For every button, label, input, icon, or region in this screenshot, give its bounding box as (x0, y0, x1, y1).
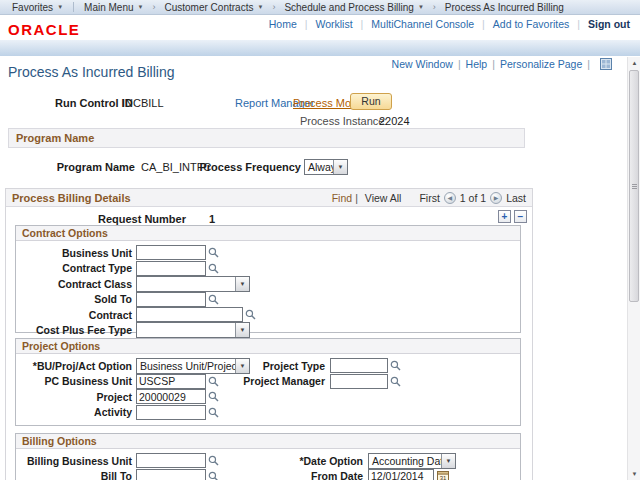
pc-business-unit-label: PC Business Unit (16, 375, 136, 387)
field-row-cost-plus-fee-type: Cost Plus Fee Type ▼ (16, 323, 520, 339)
groupbox-title: Contract Options (16, 226, 520, 241)
grid-navigation: Find | View All First ◀ 1 of 1 ▶ Last (332, 192, 526, 204)
activity-label: Activity (16, 406, 136, 418)
field-row-contract-class: Contract Class ▼ (16, 276, 520, 292)
field-row-billing-business-unit: Billing Business Unit *Date Option Accou… (16, 453, 520, 469)
field-row-bu-proj-act-option: *BU/Proj/Act Option Business Unit/Projec… (16, 358, 520, 374)
contract-lookup-icon[interactable] (245, 309, 256, 320)
process-frequency-label: Process Frequency (175, 161, 301, 173)
page-action-links: New Window | Help | Personalize Page | (392, 58, 612, 70)
view-all-link[interactable]: View All (365, 192, 402, 204)
vertical-scrollbar[interactable]: ▲ ▼ (627, 57, 640, 480)
project-type-lookup-icon[interactable] (390, 360, 401, 371)
cost-plus-fee-type-select[interactable]: ▼ (136, 322, 250, 338)
breadcrumb-label: Schedule and Process Billing (284, 2, 414, 13)
delete-row-button[interactable]: − (514, 210, 527, 223)
from-date-input[interactable] (368, 469, 434, 480)
section-title: Program Name (16, 132, 94, 144)
breadcrumb-item-schedule-process-billing[interactable]: Schedule and Process Billing ▼ (276, 0, 431, 14)
worklist-link[interactable]: Worklist (315, 18, 352, 30)
breadcrumb-chevron-icon: › (272, 2, 275, 12)
first-label: First (419, 192, 439, 204)
scroll-up-icon[interactable]: ▲ (628, 57, 640, 69)
breadcrumb-label: Main Menu (84, 2, 133, 13)
activity-input[interactable] (136, 405, 206, 420)
section-title: Process Billing Details (12, 192, 131, 204)
svg-text:31: 31 (440, 475, 447, 480)
business-unit-label: Business Unit (16, 247, 136, 259)
next-row-icon[interactable]: ▶ (490, 192, 502, 204)
contract-type-lookup-icon[interactable] (208, 263, 219, 274)
bill-to-label: Bill To (16, 470, 136, 480)
program-name-section-header: Program Name (8, 128, 525, 148)
project-manager-input[interactable] (330, 374, 388, 389)
header-links: Home | Worklist | MultiChannel Console |… (269, 18, 630, 30)
link-separator: | (458, 58, 461, 70)
personalize-page-link[interactable]: Personalize Page (500, 58, 582, 70)
field-row-date-option: *Date Option Accounting Date ▼ (256, 453, 456, 469)
scroll-down-icon[interactable]: ▼ (628, 468, 640, 480)
project-input[interactable] (136, 389, 206, 404)
bill-to-input[interactable] (136, 469, 206, 480)
date-option-select[interactable]: Accounting Date ▼ (368, 453, 456, 469)
from-date-label: From Date (256, 470, 368, 480)
breadcrumb-chevron-icon: › (433, 2, 436, 12)
personalize-grid-icon[interactable] (600, 58, 612, 70)
activity-lookup-icon[interactable] (208, 407, 219, 418)
home-link[interactable]: Home (269, 18, 297, 30)
contract-class-select[interactable]: ▼ (136, 276, 250, 292)
billing-business-unit-input[interactable] (136, 453, 206, 468)
field-row-bill-to: Bill To From Date 31 (16, 469, 520, 480)
process-instance-value: 22024 (379, 115, 410, 127)
select-value: Accounting Date (369, 455, 441, 467)
calendar-icon[interactable]: 31 (437, 470, 449, 480)
add-to-favorites-link[interactable]: Add to Favorites (493, 18, 569, 30)
multichannel-console-link[interactable]: MultiChannel Console (371, 18, 474, 30)
project-lookup-icon[interactable] (208, 391, 219, 402)
process-billing-details-section: Process Billing Details Find | View All … (5, 188, 533, 480)
new-window-link[interactable]: New Window (392, 58, 453, 70)
billing-options-groupbox: Billing Options Billing Business Unit *D… (15, 433, 521, 480)
sign-out-link[interactable]: Sign out (588, 18, 630, 30)
sold-to-input[interactable] (136, 292, 206, 307)
help-link[interactable]: Help (466, 58, 488, 70)
last-label: Last (506, 192, 526, 204)
chevron-down-icon: ▼ (235, 323, 249, 337)
project-type-input[interactable] (330, 358, 388, 373)
breadcrumb-item-customer-contracts[interactable]: Customer Contracts ▼ (157, 0, 272, 14)
bill-to-lookup-icon[interactable] (208, 471, 219, 480)
contract-class-label: Contract Class (16, 278, 136, 290)
contract-input[interactable] (136, 307, 243, 322)
business-unit-lookup-icon[interactable] (208, 247, 219, 258)
link-separator: | (587, 58, 590, 70)
breadcrumb-item-main-menu[interactable]: Main Menu ▼ (76, 0, 151, 14)
find-link[interactable]: Find (332, 192, 352, 204)
contract-type-input[interactable] (136, 261, 206, 276)
billing-business-unit-lookup-icon[interactable] (208, 455, 219, 466)
breadcrumb-chevron-icon: › (153, 2, 156, 12)
request-number-value: 1 (209, 213, 215, 225)
row-action-buttons: + − (498, 210, 527, 223)
run-button[interactable]: Run (350, 93, 392, 110)
oracle-logo: ORACLE (8, 21, 80, 38)
field-row-pc-business-unit: PC Business Unit Project Manager (16, 374, 520, 390)
previous-row-icon[interactable]: ◀ (444, 192, 456, 204)
sold-to-lookup-icon[interactable] (208, 294, 219, 305)
cost-plus-fee-type-label: Cost Plus Fee Type (16, 324, 136, 336)
link-separator: | (305, 18, 308, 30)
business-unit-input[interactable] (136, 245, 206, 260)
breadcrumb-item-favorites[interactable]: Favorites ▼ (4, 0, 71, 14)
run-control-id-value: INCBILL (122, 97, 164, 109)
project-type-label: Project Type (216, 360, 330, 372)
header-gradient-band (0, 40, 640, 56)
project-options-groupbox: Project Options *BU/Proj/Act Option Busi… (15, 338, 521, 426)
process-frequency-select[interactable]: Always ▼ (304, 159, 348, 175)
chevron-down-icon: ▼ (257, 4, 263, 10)
project-manager-lookup-icon[interactable] (390, 376, 401, 387)
date-option-label: *Date Option (256, 455, 368, 467)
project-label: Project (16, 391, 136, 403)
pc-business-unit-input[interactable] (136, 374, 206, 389)
add-row-button[interactable]: + (498, 210, 511, 223)
scrollbar-thumb[interactable] (629, 70, 639, 302)
link-separator: | (355, 192, 358, 204)
